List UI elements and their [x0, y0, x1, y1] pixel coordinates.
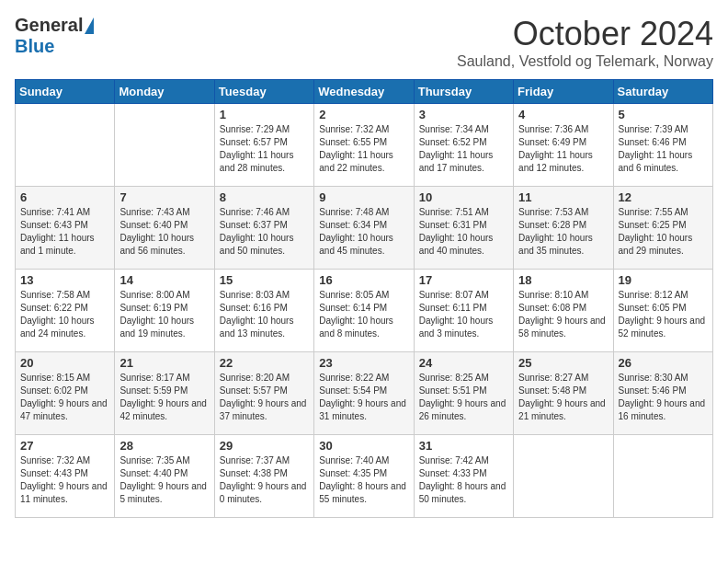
day-number: 16 [319, 273, 408, 287]
header-saturday: Saturday [613, 80, 712, 104]
daylight-text: Daylight: 10 hours and 45 minutes. [319, 232, 408, 258]
table-row: 3Sunrise: 7:34 AMSunset: 6:52 PMDaylight… [414, 104, 513, 187]
day-number: 5 [619, 108, 708, 121]
daylight-text: Daylight: 9 hours and 21 minutes. [518, 397, 608, 423]
sunrise-text: Sunrise: 8:03 AM [220, 289, 309, 302]
sunset-text: Sunset: 6:55 PM [319, 136, 408, 149]
daylight-text: Daylight: 9 hours and 58 minutes. [518, 315, 608, 340]
table-row: 2Sunrise: 7:32 AMSunset: 6:55 PMDaylight… [314, 104, 414, 187]
table-row: 27Sunrise: 7:32 AMSunset: 4:43 PMDayligh… [16, 435, 115, 518]
day-info: Sunrise: 8:10 AMSunset: 6:08 PMDaylight:… [518, 289, 608, 340]
daylight-text: Daylight: 11 hours and 12 minutes. [518, 149, 608, 175]
day-number: 26 [619, 356, 708, 370]
daylight-text: Daylight: 10 hours and 24 minutes. [20, 315, 109, 340]
table-row: 11Sunrise: 7:53 AMSunset: 6:28 PMDayligh… [514, 187, 613, 270]
daylight-text: Daylight: 9 hours and 11 minutes. [20, 480, 109, 506]
day-number: 25 [518, 356, 608, 370]
table-row: 16Sunrise: 8:05 AMSunset: 6:14 PMDayligh… [314, 270, 414, 352]
sunrise-text: Sunrise: 7:40 AM [319, 454, 408, 467]
table-row: 29Sunrise: 7:37 AMSunset: 4:38 PMDayligh… [214, 435, 313, 518]
sunset-text: Sunset: 5:48 PM [518, 385, 608, 397]
calendar-week-row: 6Sunrise: 7:41 AMSunset: 6:43 PMDaylight… [16, 187, 713, 270]
sunset-text: Sunset: 6:37 PM [220, 219, 309, 232]
sunrise-text: Sunrise: 7:46 AM [220, 206, 309, 219]
day-number: 22 [220, 356, 309, 370]
daylight-text: Daylight: 9 hours and 31 minutes. [319, 397, 408, 423]
day-info: Sunrise: 8:22 AMSunset: 5:54 PMDaylight:… [319, 372, 408, 423]
day-number: 27 [20, 439, 109, 453]
day-info: Sunrise: 8:30 AMSunset: 5:46 PMDaylight:… [619, 372, 708, 423]
day-number: 28 [119, 439, 209, 453]
day-number: 6 [20, 190, 109, 204]
logo-general: General [15, 15, 83, 36]
table-row: 14Sunrise: 8:00 AMSunset: 6:19 PMDayligh… [115, 270, 214, 352]
daylight-text: Daylight: 9 hours and 42 minutes. [119, 397, 209, 423]
table-row: 10Sunrise: 7:51 AMSunset: 6:31 PMDayligh… [414, 187, 513, 270]
day-info: Sunrise: 7:48 AMSunset: 6:34 PMDaylight:… [319, 206, 408, 258]
sunrise-text: Sunrise: 8:25 AM [419, 372, 508, 385]
header-sunday: Sunday [16, 80, 115, 104]
sunrise-text: Sunrise: 7:58 AM [20, 289, 109, 302]
header-friday: Friday [514, 80, 613, 104]
sunset-text: Sunset: 6:02 PM [20, 385, 109, 397]
day-number: 1 [220, 108, 309, 121]
table-row: 6Sunrise: 7:41 AMSunset: 6:43 PMDaylight… [16, 187, 115, 270]
table-row: 7Sunrise: 7:43 AMSunset: 6:40 PMDaylight… [115, 187, 214, 270]
daylight-text: Daylight: 11 hours and 28 minutes. [220, 149, 309, 175]
day-number: 3 [419, 108, 508, 121]
logo-triangle-icon [85, 17, 94, 34]
sunset-text: Sunset: 6:08 PM [518, 302, 608, 315]
header-thursday: Thursday [414, 80, 513, 104]
day-number: 18 [518, 273, 608, 287]
day-info: Sunrise: 8:03 AMSunset: 6:16 PMDaylight:… [220, 289, 309, 340]
daylight-text: Daylight: 9 hours and 16 minutes. [619, 397, 708, 423]
table-row: 30Sunrise: 7:40 AMSunset: 4:35 PMDayligh… [314, 435, 414, 518]
table-row: 20Sunrise: 8:15 AMSunset: 6:02 PMDayligh… [16, 352, 115, 435]
sunrise-text: Sunrise: 7:51 AM [419, 206, 508, 219]
day-number: 19 [619, 273, 708, 287]
table-row: 31Sunrise: 7:42 AMSunset: 4:33 PMDayligh… [414, 435, 513, 518]
day-info: Sunrise: 7:37 AMSunset: 4:38 PMDaylight:… [220, 454, 309, 506]
table-row: 23Sunrise: 8:22 AMSunset: 5:54 PMDayligh… [314, 352, 414, 435]
day-info: Sunrise: 8:05 AMSunset: 6:14 PMDaylight:… [319, 289, 408, 340]
day-number: 12 [619, 190, 708, 204]
sunset-text: Sunset: 5:51 PM [419, 385, 508, 397]
month-title: October 2024 [457, 15, 713, 53]
daylight-text: Daylight: 10 hours and 13 minutes. [220, 315, 309, 340]
day-info: Sunrise: 7:53 AMSunset: 6:28 PMDaylight:… [518, 206, 608, 258]
sunset-text: Sunset: 6:57 PM [220, 136, 309, 149]
day-number: 20 [20, 356, 109, 370]
sunrise-text: Sunrise: 8:27 AM [518, 372, 608, 385]
daylight-text: Daylight: 10 hours and 56 minutes. [119, 232, 209, 258]
sunrise-text: Sunrise: 8:17 AM [119, 372, 209, 385]
title-section: October 2024 Sauland, Vestfold og Telema… [457, 15, 713, 70]
logo-blue: Blue [15, 36, 54, 57]
sunrise-text: Sunrise: 8:22 AM [319, 372, 408, 385]
table-row: 24Sunrise: 8:25 AMSunset: 5:51 PMDayligh… [414, 352, 513, 435]
daylight-text: Daylight: 10 hours and 35 minutes. [518, 232, 608, 258]
sunrise-text: Sunrise: 8:07 AM [419, 289, 508, 302]
day-info: Sunrise: 8:07 AMSunset: 6:11 PMDaylight:… [419, 289, 508, 340]
daylight-text: Daylight: 10 hours and 40 minutes. [419, 232, 508, 258]
sunset-text: Sunset: 5:46 PM [619, 385, 708, 397]
table-row [16, 104, 115, 187]
day-info: Sunrise: 7:40 AMSunset: 4:35 PMDaylight:… [319, 454, 408, 506]
daylight-text: Daylight: 9 hours and 26 minutes. [419, 397, 508, 423]
daylight-text: Daylight: 10 hours and 19 minutes. [119, 315, 209, 340]
sunrise-text: Sunrise: 7:32 AM [20, 454, 109, 467]
day-number: 17 [419, 273, 508, 287]
sunrise-text: Sunrise: 7:32 AM [319, 123, 408, 136]
table-row: 12Sunrise: 7:55 AMSunset: 6:25 PMDayligh… [613, 187, 712, 270]
sunrise-text: Sunrise: 7:37 AM [220, 454, 309, 467]
sunset-text: Sunset: 6:40 PM [119, 219, 209, 232]
day-info: Sunrise: 8:00 AMSunset: 6:19 PMDaylight:… [119, 289, 209, 340]
sunset-text: Sunset: 6:43 PM [20, 219, 109, 232]
day-info: Sunrise: 7:32 AMSunset: 4:43 PMDaylight:… [20, 454, 109, 506]
sunset-text: Sunset: 6:46 PM [619, 136, 708, 149]
sunset-text: Sunset: 5:57 PM [220, 385, 309, 397]
sunset-text: Sunset: 6:11 PM [419, 302, 508, 315]
day-info: Sunrise: 8:25 AMSunset: 5:51 PMDaylight:… [419, 372, 508, 423]
table-row: 19Sunrise: 8:12 AMSunset: 6:05 PMDayligh… [613, 270, 712, 352]
table-row: 9Sunrise: 7:48 AMSunset: 6:34 PMDaylight… [314, 187, 414, 270]
day-info: Sunrise: 7:36 AMSunset: 6:49 PMDaylight:… [518, 123, 608, 175]
